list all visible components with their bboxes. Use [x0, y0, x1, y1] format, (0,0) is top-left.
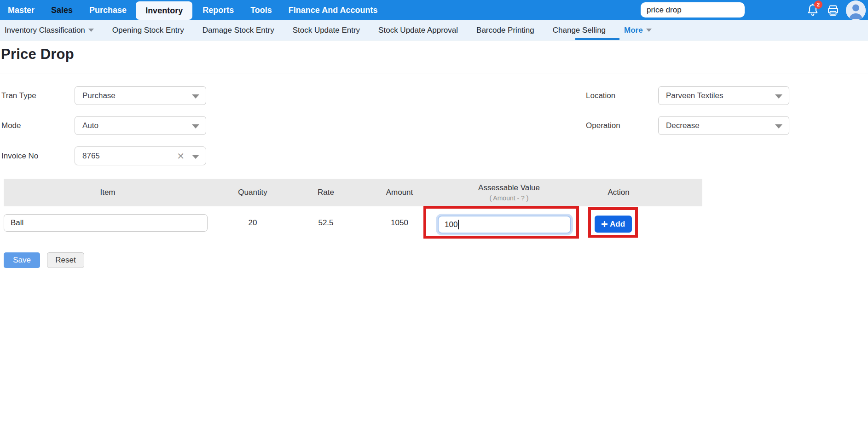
nav-item-master[interactable]: Master	[8, 6, 35, 15]
location-select[interactable]: Parveen Textiles	[658, 86, 789, 105]
page-title: Price Drop	[1, 46, 74, 63]
subnav-more-label: More	[624, 26, 643, 35]
chevron-down-icon	[192, 124, 199, 128]
tran-type-select[interactable]: Purchase	[75, 86, 206, 105]
inventory-subnav: Inventory Classification Opening Stock E…	[0, 20, 868, 41]
column-header-assessable-value: Assessable Value ( Amount - ? )	[441, 183, 577, 202]
invoice-no-select[interactable]: 8765 ✕	[75, 146, 206, 165]
item-name-input[interactable]	[4, 214, 208, 232]
assessable-value-text: 100	[445, 220, 457, 229]
nav-item-tools[interactable]: Tools	[250, 6, 272, 15]
chevron-down-icon	[192, 94, 199, 99]
assessable-value-input[interactable]: 100	[438, 216, 571, 234]
quantity-cell: 20	[212, 218, 294, 228]
chevron-down-icon	[646, 29, 652, 32]
nav-item-purchase[interactable]: Purchase	[89, 6, 127, 15]
nav-item-sales[interactable]: Sales	[51, 6, 73, 15]
print-icon[interactable]	[827, 4, 839, 19]
chevron-down-icon	[775, 124, 782, 128]
item-cell	[4, 214, 212, 232]
subnav-item-stock-update-entry[interactable]: Stock Update Entry	[293, 26, 360, 35]
top-navbar: Master Sales Purchase Inventory Reports …	[0, 0, 868, 20]
save-button[interactable]: Save	[4, 252, 40, 268]
subnav-item-change-selling[interactable]: Change Selling	[553, 26, 606, 35]
search-input[interactable]	[641, 2, 745, 18]
invoice-no-label: Invoice No	[1, 152, 38, 161]
reset-button[interactable]: Reset	[47, 252, 84, 268]
operation-label: Operation	[586, 121, 620, 130]
operation-select[interactable]: Decrease	[658, 116, 789, 135]
location-value: Parveen Textiles	[666, 91, 723, 100]
location-label: Location	[586, 91, 615, 100]
subnav-item-more[interactable]: More	[624, 26, 652, 35]
mode-select[interactable]: Auto	[75, 116, 206, 135]
subnav-item-barcode-printing[interactable]: Barcode Printing	[476, 26, 534, 35]
subnav-item-inventory-classification[interactable]: Inventory Classification	[5, 26, 94, 35]
add-button[interactable]: Add	[595, 216, 632, 233]
chevron-down-icon	[88, 29, 94, 32]
invoice-no-value: 8765	[82, 152, 100, 161]
notification-count-badge: 2	[814, 0, 822, 9]
active-tab-underline	[575, 38, 619, 40]
clear-icon[interactable]: ✕	[177, 151, 185, 162]
title-divider	[0, 74, 868, 74]
mode-label: Mode	[1, 121, 21, 130]
mode-value: Auto	[82, 121, 98, 130]
subnav-item-damage-stock-entry[interactable]: Damage Stock Entry	[203, 26, 274, 35]
subnav-item-stock-update-approval[interactable]: Stock Update Approval	[378, 26, 458, 35]
chevron-down-icon	[775, 94, 782, 99]
items-table-header: Item Quantity Rate Amount Assessable Val…	[4, 179, 702, 206]
top-nav-items: Master Sales Purchase Inventory Reports …	[0, 0, 394, 20]
nav-item-inventory-active[interactable]: Inventory	[136, 1, 192, 20]
rate-cell: 52.5	[294, 218, 358, 228]
nav-item-reports[interactable]: Reports	[203, 6, 234, 15]
subnav-item-label: Inventory Classification	[5, 26, 85, 35]
column-header-amount: Amount	[358, 188, 441, 197]
price-drop-page: Master Sales Purchase Inventory Reports …	[0, 0, 868, 438]
user-avatar[interactable]	[846, 0, 866, 20]
add-button-label: Add	[610, 220, 625, 229]
tran-type-label: Tran Type	[1, 91, 36, 100]
column-header-action: Action	[577, 188, 660, 197]
text-cursor	[458, 220, 459, 229]
plus-icon	[602, 221, 608, 227]
tran-type-value: Purchase	[82, 91, 116, 100]
chevron-down-icon	[192, 155, 199, 159]
column-header-quantity: Quantity	[212, 188, 294, 197]
subnav-item-opening-stock-entry[interactable]: Opening Stock Entry	[112, 26, 184, 35]
column-header-item: Item	[4, 188, 212, 197]
assessable-header-main: Assessable Value	[441, 183, 577, 193]
nav-item-finance-and-accounts[interactable]: Finance And Accounts	[289, 6, 378, 15]
operation-value: Decrease	[666, 121, 700, 130]
column-header-rate: Rate	[294, 188, 358, 197]
assessable-header-sub: ( Amount - ? )	[441, 194, 577, 202]
